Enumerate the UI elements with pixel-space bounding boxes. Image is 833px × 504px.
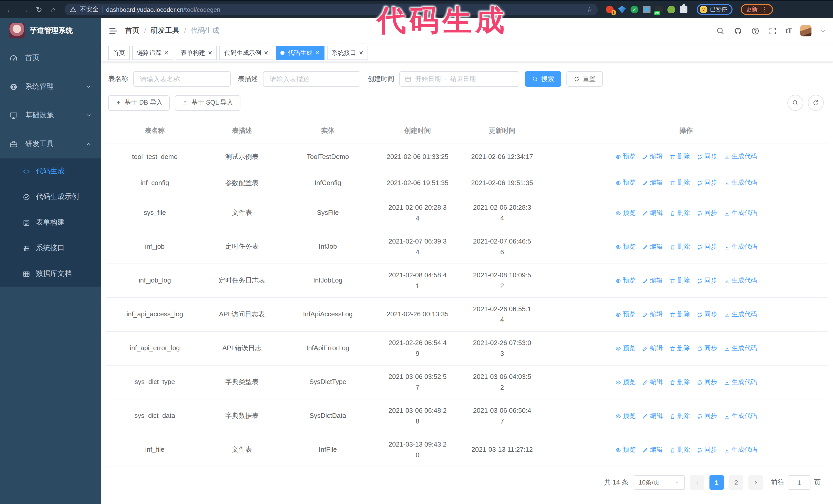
sidebar-item-dev-tools[interactable]: 研发工具 — [0, 130, 101, 159]
delete-link[interactable]: 删除 — [669, 445, 690, 455]
delete-link[interactable]: 删除 — [669, 208, 690, 218]
import-sql-button[interactable]: 基于 SQL 导入 — [175, 95, 240, 111]
avatar[interactable] — [800, 25, 811, 37]
generate-code-link[interactable]: 生成代码 — [724, 152, 757, 162]
view-tab[interactable]: 链路追踪 ✕ — [132, 46, 173, 60]
generate-code-link[interactable]: 生成代码 — [724, 343, 757, 354]
generate-code-link[interactable]: 生成代码 — [724, 208, 757, 218]
edit-link[interactable]: 编辑 — [642, 445, 663, 455]
font-size-icon[interactable]: tT — [786, 27, 791, 35]
sidebar-item-system-management[interactable]: 系统管理 — [0, 72, 101, 101]
preview-link[interactable]: 预览 — [615, 343, 636, 354]
breadcrumb-dev-tools[interactable]: 研发工具 — [151, 26, 180, 35]
extension-icon-gem[interactable] — [618, 6, 626, 13]
delete-link[interactable]: 删除 — [669, 411, 690, 421]
browser-menu-kebab-icon[interactable]: ⋮ — [761, 6, 768, 13]
bookmark-star-icon[interactable]: ☆ — [587, 6, 593, 13]
user-menu-caret-icon[interactable] — [820, 28, 826, 33]
browser-update-button[interactable]: 更新 ⋮ — [741, 4, 773, 15]
table-name-input[interactable] — [133, 71, 231, 87]
page-button-1[interactable]: 1 — [710, 475, 724, 490]
extension-icon-green[interactable] — [667, 6, 675, 13]
edit-link[interactable]: 编辑 — [642, 343, 663, 354]
sync-link[interactable]: 同步 — [697, 242, 717, 252]
sync-link[interactable]: 同步 — [697, 310, 717, 320]
edit-link[interactable]: 编辑 — [642, 411, 663, 421]
generate-code-link[interactable]: 生成代码 — [724, 276, 757, 286]
edit-link[interactable]: 编辑 — [642, 152, 663, 162]
edit-link[interactable]: 编辑 — [642, 242, 663, 252]
page-button-2[interactable]: 2 — [729, 475, 743, 490]
browser-profile-button[interactable]: 已暂停 — [697, 4, 733, 15]
generate-code-link[interactable]: 生成代码 — [724, 411, 757, 421]
date-range-picker[interactable]: 开始日期 - 结束日期 — [399, 71, 519, 87]
browser-forward-icon[interactable]: → — [20, 6, 30, 13]
delete-link[interactable]: 删除 — [669, 242, 690, 252]
address-bar[interactable]: 不安全 dashboard.yudao.iocoder.cn/tool/code… — [65, 4, 598, 16]
sync-link[interactable]: 同步 — [697, 178, 717, 188]
sync-link[interactable]: 同步 — [697, 152, 717, 162]
delete-link[interactable]: 删除 — [669, 276, 690, 286]
edit-link[interactable]: 编辑 — [642, 310, 663, 320]
delete-link[interactable]: 删除 — [669, 343, 690, 354]
sidebar-item-system-api[interactable]: 系统接口 — [0, 235, 101, 261]
view-tab[interactable]: 代码生成示例 ✕ — [220, 46, 273, 60]
delete-link[interactable]: 删除 — [669, 178, 690, 188]
next-page-button[interactable] — [748, 475, 763, 490]
search-icon[interactable] — [716, 26, 725, 35]
toggle-search-button[interactable] — [787, 95, 803, 111]
sync-link[interactable]: 同步 — [697, 377, 717, 387]
sync-link[interactable]: 同步 — [697, 411, 717, 421]
preview-link[interactable]: 预览 — [615, 445, 636, 455]
extension-icon-switch[interactable]: on — [655, 6, 663, 13]
sync-link[interactable]: 同步 — [697, 343, 717, 354]
hamburger-icon[interactable] — [108, 26, 118, 35]
refresh-table-button[interactable] — [808, 95, 824, 111]
delete-link[interactable]: 删除 — [669, 152, 690, 162]
prev-page-button[interactable] — [690, 475, 704, 490]
tab-close-icon[interactable]: ✕ — [164, 50, 169, 56]
sidebar-logo-row[interactable]: 芋道管理系统 — [0, 18, 101, 44]
preview-link[interactable]: 预览 — [615, 377, 636, 387]
sync-link[interactable]: 同步 — [697, 208, 717, 218]
generate-code-link[interactable]: 生成代码 — [724, 310, 757, 320]
sidebar-item-db-docs[interactable]: 数据库文档 — [0, 261, 101, 287]
goto-page-input[interactable] — [788, 475, 810, 490]
browser-home-icon[interactable]: ⌂ — [48, 6, 58, 13]
view-tab[interactable]: 首页 — [108, 46, 130, 60]
extensions-puzzle-icon[interactable] — [680, 6, 687, 13]
sync-link[interactable]: 同步 — [697, 445, 717, 455]
tab-close-icon[interactable]: ✕ — [264, 50, 268, 56]
github-icon[interactable] — [734, 26, 742, 35]
generate-code-link[interactable]: 生成代码 — [724, 445, 757, 455]
sidebar-item-infrastructure[interactable]: 基础设施 — [0, 101, 101, 130]
extension-icon-grid[interactable] — [643, 6, 650, 13]
preview-link[interactable]: 预览 — [615, 152, 636, 162]
view-tab[interactable]: 系统接口 ✕ — [327, 46, 368, 60]
tab-close-icon[interactable]: ✕ — [208, 50, 212, 56]
breadcrumb-home[interactable]: 首页 — [125, 26, 139, 35]
browser-reload-icon[interactable]: ↻ — [34, 6, 44, 13]
view-tab[interactable]: 表单构建 ✕ — [176, 46, 217, 60]
sidebar-item-home[interactable]: 首页 — [0, 44, 101, 72]
preview-link[interactable]: 预览 — [615, 242, 636, 252]
reset-button[interactable]: 重置 — [567, 71, 603, 87]
preview-link[interactable]: 预览 — [615, 276, 636, 286]
page-size-select[interactable]: 10条/页 — [634, 475, 685, 490]
preview-link[interactable]: 预览 — [615, 310, 636, 320]
edit-link[interactable]: 编辑 — [642, 276, 663, 286]
edit-link[interactable]: 编辑 — [642, 178, 663, 188]
preview-link[interactable]: 预览 — [615, 411, 636, 421]
extension-icon-check[interactable]: ✓ — [630, 6, 638, 13]
edit-link[interactable]: 编辑 — [642, 208, 663, 218]
generate-code-link[interactable]: 生成代码 — [724, 178, 757, 188]
help-icon[interactable] — [751, 26, 760, 35]
delete-link[interactable]: 删除 — [669, 310, 690, 320]
preview-link[interactable]: 预览 — [615, 208, 636, 218]
sidebar-item-codegen-example[interactable]: 代码生成示例 — [0, 184, 101, 210]
fullscreen-icon[interactable] — [768, 26, 777, 35]
tab-close-icon[interactable]: ✕ — [359, 50, 363, 56]
view-tab[interactable]: 代码生成 ✕ — [276, 46, 324, 60]
sync-link[interactable]: 同步 — [697, 276, 717, 286]
sidebar-item-code-generation[interactable]: 代码生成 — [0, 159, 101, 184]
